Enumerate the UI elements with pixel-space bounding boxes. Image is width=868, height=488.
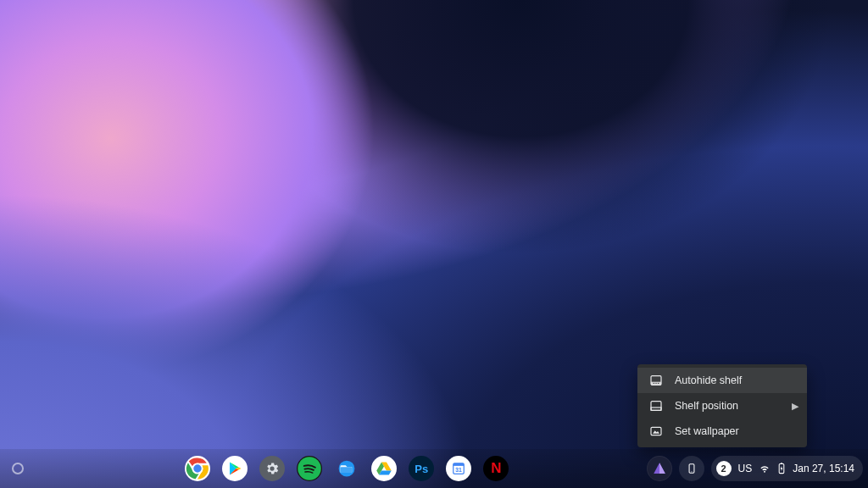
tray-app-assistant[interactable]	[647, 456, 672, 481]
status-datetime: Jan 27, 15:14	[793, 463, 854, 474]
app-settings[interactable]	[259, 456, 285, 481]
photoshop-icon: Ps	[415, 463, 428, 475]
app-netflix[interactable]: N	[483, 456, 509, 481]
phone-icon	[686, 463, 698, 474]
ime-label: US	[738, 463, 753, 474]
menu-item-set-wallpaper[interactable]: Set wallpaper	[637, 419, 807, 444]
launcher-button[interactable]	[12, 463, 24, 474]
status-area[interactable]: 2 US Jan 27, 15:14	[711, 456, 863, 481]
image-icon	[649, 424, 663, 438]
app-chrome[interactable]	[185, 456, 210, 481]
menu-item-label: Shelf position	[675, 400, 738, 412]
app-spotify[interactable]	[297, 456, 322, 481]
menu-item-shelf-position[interactable]: Shelf position ▶	[637, 393, 807, 419]
spotify-icon	[297, 456, 322, 481]
svg-rect-7	[651, 427, 661, 435]
shelf: Ps 31 N	[0, 449, 868, 488]
menu-item-label: Autohide shelf	[675, 374, 742, 386]
submenu-arrow-icon: ▶	[792, 401, 798, 412]
svg-rect-21	[781, 463, 782, 463]
menu-item-label: Set wallpaper	[675, 425, 739, 437]
gear-icon	[264, 461, 280, 476]
system-tray: 2 US Jan 27, 15:14	[647, 456, 863, 481]
svg-point-3	[655, 383, 656, 384]
app-play-store[interactable]	[222, 456, 248, 481]
svg-rect-16	[453, 463, 465, 466]
svg-point-4	[658, 383, 659, 384]
svg-point-19	[691, 471, 692, 472]
shelf-context-menu: Autohide shelf Shelf position ▶ Set wall…	[637, 364, 807, 447]
app-files[interactable]	[334, 456, 359, 481]
svg-rect-13	[341, 467, 353, 473]
calendar-icon: 31	[446, 456, 471, 481]
app-drive[interactable]	[371, 456, 397, 481]
svg-text:31: 31	[455, 467, 462, 473]
tray-phone-hub[interactable]	[679, 456, 704, 481]
svg-point-2	[654, 383, 654, 384]
app-photoshop[interactable]: Ps	[409, 456, 434, 481]
assistant-icon	[652, 461, 667, 476]
svg-rect-5	[651, 402, 661, 411]
battery-icon	[777, 463, 786, 474]
play-store-icon	[227, 461, 242, 476]
drive-icon	[376, 460, 392, 477]
chrome-icon	[185, 456, 210, 481]
netflix-icon: N	[491, 460, 501, 477]
app-calendar[interactable]: 31	[446, 456, 471, 481]
files-icon	[334, 456, 359, 481]
position-icon	[649, 399, 663, 413]
svg-rect-6	[651, 408, 661, 410]
shelf-apps: Ps 31 N	[47, 456, 647, 481]
shelf-icon	[649, 374, 663, 387]
wifi-icon	[759, 463, 771, 474]
ime-badge: 2	[716, 461, 732, 476]
menu-item-autohide-shelf[interactable]: Autohide shelf	[637, 368, 807, 393]
